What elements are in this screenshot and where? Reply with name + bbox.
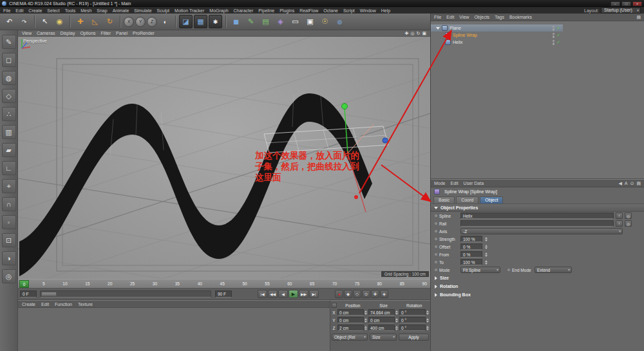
menu-script[interactable]: Script — [343, 8, 355, 13]
stepper-icon[interactable] — [485, 237, 488, 242]
start-frame-field[interactable]: 0 F — [20, 290, 37, 298]
deformer-icon[interactable]: ◈ — [274, 15, 287, 28]
coordinate-system-icon[interactable]: ◐ — [158, 15, 172, 28]
y-position-field[interactable]: 0 cm — [337, 317, 364, 323]
z-size-field[interactable]: 400 cm — [368, 325, 395, 331]
menu-octane[interactable]: Octane — [323, 8, 338, 13]
texture-mode-icon[interactable]: ◍ — [2, 71, 16, 85]
camera-icon[interactable]: ▣ — [303, 15, 317, 28]
menu-motion-tracker[interactable]: Motion Tracker — [175, 8, 204, 13]
menu-help[interactable]: Help — [381, 8, 390, 13]
key-parameter-button[interactable]: ◈ — [380, 290, 388, 298]
expand-arrow-icon[interactable] — [436, 27, 440, 30]
attr-back-icon[interactable]: ◀ — [618, 181, 621, 186]
render-view-icon[interactable]: ◪ — [179, 15, 193, 28]
attr-menu-edit[interactable]: Edit — [451, 181, 459, 185]
undo-icon[interactable]: ↶ — [3, 15, 16, 28]
object-row-spline-wrap[interactable]: Spline Wrap ✓ — [431, 32, 563, 39]
anim-dot-icon[interactable] — [435, 238, 437, 240]
om-menu-bookmarks[interactable]: Bookmarks — [509, 15, 532, 19]
om-menu-edit[interactable]: Edit — [446, 15, 454, 19]
vp-menu-prorender[interactable]: ProRender — [133, 31, 155, 35]
mat-menu-edit[interactable]: Edit — [41, 302, 49, 307]
gizmo-x-handle[interactable] — [383, 138, 388, 143]
y-size-field[interactable]: 0 cm — [368, 317, 395, 323]
object-row-helix[interactable]: Helix ✓ — [431, 39, 563, 46]
x-rotation-field[interactable]: 0 ° — [399, 309, 426, 316]
om-menu-tags[interactable]: Tags — [495, 15, 504, 19]
menu-pipeline[interactable]: Pipeline — [258, 8, 274, 13]
pan-view-icon[interactable]: ✚ — [405, 31, 409, 36]
key-rotation-button[interactable]: ✚ — [371, 290, 379, 298]
previous-key-button[interactable]: ◀◀ — [268, 290, 278, 298]
menu-sculpt[interactable]: Sculpt — [157, 8, 169, 13]
z-position-field[interactable]: 2 cm — [337, 325, 364, 331]
make-editable-icon[interactable]: ✎ — [2, 35, 16, 49]
section-size[interactable]: Size — [431, 274, 644, 282]
z-rotation-field[interactable]: 0 ° — [399, 325, 426, 331]
visibility-toggle-dots[interactable] — [553, 26, 555, 31]
object-row-plane[interactable]: Plane ✓ — [431, 24, 563, 32]
gizmo-z-handle[interactable] — [354, 195, 358, 199]
floor-icon[interactable]: ▭ — [289, 15, 302, 28]
autokey-button[interactable]: ◆ — [344, 290, 352, 298]
lock-x-button[interactable]: X — [124, 17, 134, 27]
edges-mode-icon[interactable]: ▥ — [2, 125, 16, 139]
stepper-icon[interactable] — [426, 318, 429, 323]
coords-menu-icon[interactable] — [332, 303, 337, 308]
apply-button[interactable]: Apply — [399, 334, 429, 341]
gizmo-y-handle[interactable] — [342, 104, 348, 109]
object-list[interactable]: Plane ✓ Spline Wrap ✓ Helix — [431, 21, 644, 179]
y-rotation-field[interactable]: 0 ° — [399, 317, 426, 323]
menu-mograph[interactable]: MoGraph — [209, 8, 228, 13]
material-list-area[interactable] — [18, 308, 330, 351]
tab-coord[interactable]: Coord — [456, 196, 478, 204]
menu-tools[interactable]: Tools — [65, 8, 75, 13]
section-bounding-box[interactable]: Bounding Box — [431, 290, 644, 299]
attr-menu-mode[interactable]: Mode — [434, 181, 446, 185]
attr-lock-icon[interactable]: ⊙ — [630, 181, 634, 186]
vp-menu-panel[interactable]: Panel — [116, 31, 128, 35]
render-settings-icon[interactable]: ✱ — [209, 15, 222, 28]
timeline-ruler[interactable]: 0 5 10 15 20 25 30 35 40 45 50 55 60 65 … — [18, 279, 430, 289]
attr-a-icon[interactable]: A — [625, 181, 628, 186]
rotate-tool-icon[interactable]: ↻ — [103, 15, 117, 28]
object-name[interactable]: Spline Wrap — [453, 33, 477, 37]
axis-mode-icon[interactable]: ∟ — [2, 161, 16, 175]
stepper-icon[interactable] — [365, 318, 367, 323]
x-position-field[interactable]: 0 cm — [337, 309, 364, 316]
current-frame-marker[interactable]: 0 — [19, 280, 29, 288]
menu-file[interactable]: File — [3, 8, 10, 13]
anim-dot-icon[interactable] — [435, 230, 437, 232]
coord-size-dropdown[interactable]: Size — [370, 334, 397, 341]
mirror-icon[interactable]: ◑ — [2, 251, 16, 265]
target-icon[interactable]: ◎ — [625, 220, 632, 227]
mouse-navigation-icon[interactable]: ⌖ — [2, 179, 16, 193]
anim-dot-icon[interactable] — [507, 269, 510, 271]
lock-icon[interactable]: ⊡ — [2, 233, 16, 247]
menu-snap[interactable]: Snap — [97, 8, 107, 13]
menu-plugins[interactable]: Plugins — [279, 8, 294, 13]
light-icon[interactable]: ☉ — [318, 15, 332, 28]
stepper-icon[interactable] — [485, 245, 488, 249]
enabled-check-icon[interactable]: ✓ — [556, 26, 560, 31]
tab-object[interactable]: Object — [480, 196, 503, 204]
menu-realflow[interactable]: RealFlow — [299, 8, 318, 13]
vp-menu-view[interactable]: View — [22, 31, 32, 35]
pick-object-icon[interactable]: ↑ — [616, 213, 623, 219]
menu-animate[interactable]: Animate — [113, 8, 129, 13]
menu-simulate[interactable]: Simulate — [134, 8, 151, 13]
dolly-view-icon[interactable]: ◎ — [410, 31, 414, 36]
strength-field[interactable]: 100 % — [460, 236, 482, 242]
orbit-view-icon[interactable]: ↻ — [417, 31, 421, 36]
frame-range-slider[interactable] — [40, 290, 211, 298]
goto-end-button[interactable]: ▶| — [309, 290, 319, 298]
stepper-icon[interactable] — [485, 260, 488, 265]
stepper-icon[interactable] — [365, 310, 367, 315]
menu-edit[interactable]: Edit — [15, 8, 23, 13]
enabled-check-icon[interactable]: ✓ — [556, 40, 560, 45]
vp-menu-filter[interactable]: Filter — [101, 31, 111, 35]
object-name[interactable]: Helix — [453, 40, 463, 44]
viewport[interactable]: Perspective — [18, 37, 430, 279]
from-field[interactable]: 0 % — [460, 251, 482, 258]
